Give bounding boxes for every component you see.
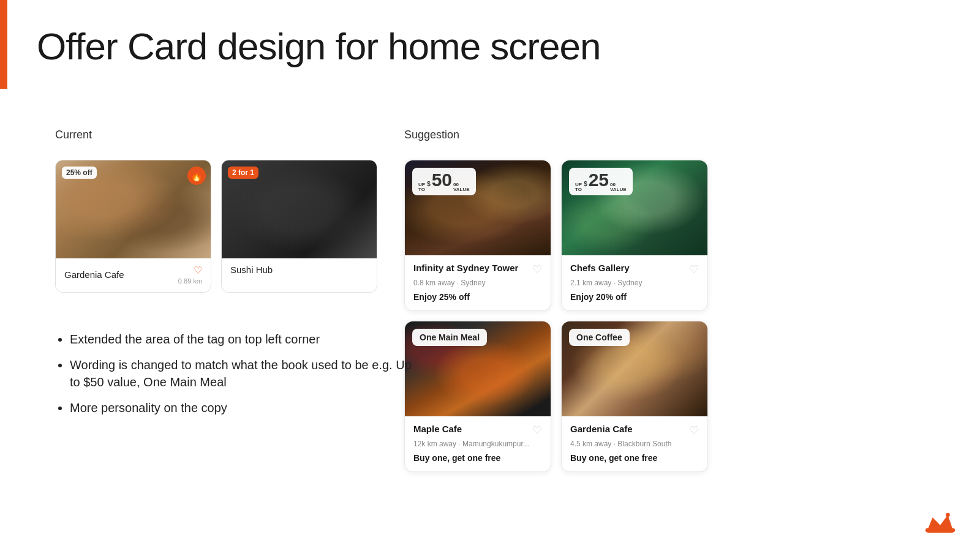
maple-text-badge: One Main Meal: [412, 329, 487, 346]
sugg-card-chefs[interactable]: UP TO $ 25 00 VALUE Chefs Gallery ♡ 2.1 …: [561, 160, 708, 311]
maple-card-name: Maple Cafe: [413, 424, 462, 434]
infinity-cents-value: 00 VALUE: [453, 182, 470, 192]
suggestion-section: Suggestion UP TO $ 50 00 VALUE: [404, 129, 708, 472]
chefs-card-image: UP TO $ 25 00 VALUE: [562, 160, 707, 255]
maple-card-image: One Main Meal: [405, 321, 551, 416]
bullets-section: Extended the area of the tag on top left…: [55, 331, 413, 425]
sushi-card-image: 2 for 1: [222, 160, 377, 258]
infinity-upto-label: UP TO: [418, 182, 425, 192]
chefs-cents-value: 00 VALUE: [610, 182, 627, 192]
chefs-amount: 25: [589, 171, 609, 189]
sushi-card-name: Sushi Hub: [230, 264, 273, 275]
bullet-3: More personality on the copy: [70, 399, 413, 416]
gardenia-heart-icon[interactable]: ♡: [194, 264, 202, 276]
infinity-card-offer: Enjoy 25% off: [413, 292, 542, 302]
fire-badge: 🔥: [187, 167, 206, 185]
gardenia2-card-header: Gardenia Cafe ♡: [570, 424, 699, 437]
sugg-card-infinity[interactable]: UP TO $ 50 00 VALUE Infinity at Sydney T…: [404, 160, 551, 311]
infinity-heart-icon[interactable]: ♡: [532, 263, 542, 276]
chefs-card-body: Chefs Gallery ♡ 2.1 km away · Sydney Enj…: [562, 255, 707, 310]
gardenia-card-footer: Gardenia Cafe ♡ 0.89 km: [56, 258, 211, 292]
svg-point-0: [925, 528, 930, 533]
chefs-heart-icon[interactable]: ♡: [689, 263, 699, 276]
sushi-badge: 2 for 1: [228, 167, 258, 179]
gardenia2-heart-icon[interactable]: ♡: [689, 424, 699, 437]
current-section-label: Current: [55, 129, 377, 141]
gardenia2-text-badge: One Coffee: [569, 329, 630, 346]
bullet-2: Wording is changed to match what the boo…: [70, 356, 413, 391]
maple-card-body: Maple Cafe ♡ 12k km away · Mamungkukumpu…: [405, 416, 551, 471]
maple-card-header: Maple Cafe ♡: [413, 424, 542, 437]
current-card-sushi[interactable]: 2 for 1 Sushi Hub: [221, 160, 377, 293]
infinity-card-location: 0.8 km away · Sydney: [413, 279, 542, 287]
current-card-gardenia[interactable]: 25% off 🔥 Gardenia Cafe ♡ 0.89 km: [55, 160, 211, 293]
gardenia-card-image: 25% off 🔥: [56, 160, 211, 258]
sugg-card-maple[interactable]: One Main Meal Maple Cafe ♡ 12k km away ·…: [404, 321, 551, 472]
gardenia-card-meta: ♡ 0.89 km: [178, 264, 202, 285]
chefs-card-offer: Enjoy 20% off: [570, 292, 699, 302]
svg-point-2: [946, 513, 950, 517]
chefs-card-header: Chefs Gallery ♡: [570, 263, 699, 276]
infinity-value-badge: UP TO $ 50 00 VALUE: [412, 168, 476, 195]
page-title: Offer Card design for home screen: [37, 24, 600, 68]
current-cards-container: 25% off 🔥 Gardenia Cafe ♡ 0.89 km 2 for …: [55, 160, 377, 293]
sushi-card-footer: Sushi Hub: [222, 258, 377, 282]
crown-logo: [925, 509, 956, 536]
suggestion-section-label: Suggestion: [404, 129, 708, 141]
crown-svg-icon: [925, 509, 956, 536]
infinity-card-name: Infinity at Sydney Tower: [413, 263, 518, 273]
sugg-card-gardenia2[interactable]: One Coffee Gardenia Cafe ♡ 4.5 km away ·…: [561, 321, 708, 472]
svg-point-1: [951, 528, 956, 533]
suggestion-cards-grid: UP TO $ 50 00 VALUE Infinity at Sydney T…: [404, 160, 708, 472]
bullet-1: Extended the area of the tag on top left…: [70, 331, 413, 348]
infinity-card-header: Infinity at Sydney Tower ♡: [413, 263, 542, 276]
gardenia-badge: 25% off: [62, 167, 97, 179]
chefs-value-badge: UP TO $ 25 00 VALUE: [569, 168, 633, 195]
chefs-upto-label: UP TO: [575, 182, 582, 192]
maple-heart-icon[interactable]: ♡: [532, 424, 542, 437]
bullets-list: Extended the area of the tag on top left…: [55, 331, 413, 416]
gardenia2-card-location: 4.5 km away · Blackburn South: [570, 440, 699, 448]
maple-card-location: 12k km away · Mamungkukumpur...: [413, 440, 542, 448]
accent-bar: [0, 0, 7, 89]
chefs-dollar-sign: $: [584, 181, 587, 187]
infinity-card-body: Infinity at Sydney Tower ♡ 0.8 km away ·…: [405, 255, 551, 310]
infinity-dollar-sign: $: [427, 181, 431, 187]
gardenia2-card-image: One Coffee: [562, 321, 707, 416]
infinity-card-image: UP TO $ 50 00 VALUE: [405, 160, 551, 255]
gardenia2-card-body: Gardenia Cafe ♡ 4.5 km away · Blackburn …: [562, 416, 707, 471]
chefs-card-name: Chefs Gallery: [570, 263, 630, 273]
infinity-amount: 50: [432, 171, 452, 189]
maple-card-offer: Buy one, get one free: [413, 453, 542, 463]
gardenia-card-name: Gardenia Cafe: [64, 269, 124, 280]
gardenia-distance: 0.89 km: [178, 277, 202, 285]
gardenia2-card-offer: Buy one, get one free: [570, 453, 699, 463]
gardenia2-card-name: Gardenia Cafe: [570, 424, 633, 434]
chefs-card-location: 2.1 km away · Sydney: [570, 279, 699, 287]
current-section: Current 25% off 🔥 Gardenia Cafe ♡ 0.89 k…: [55, 129, 377, 293]
